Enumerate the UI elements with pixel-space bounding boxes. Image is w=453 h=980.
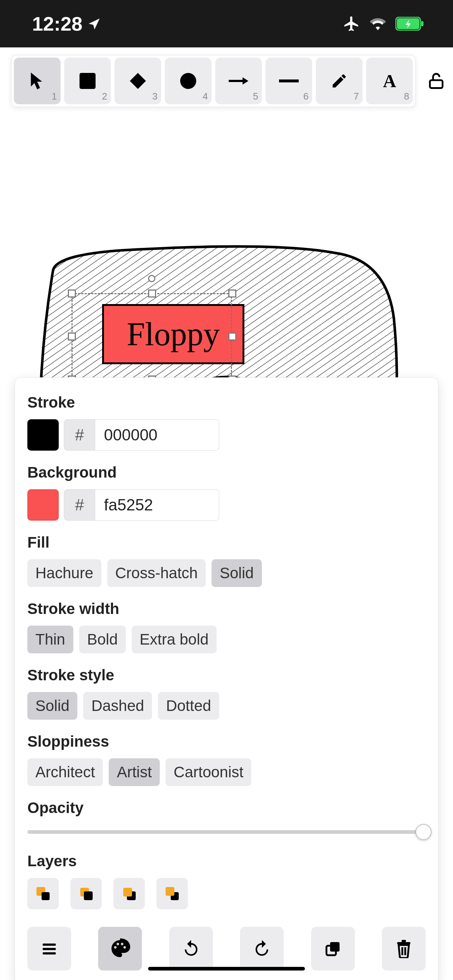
bring-to-front-icon xyxy=(163,885,181,902)
resize-handle-n[interactable] xyxy=(148,290,156,298)
rotate-handle[interactable] xyxy=(148,275,155,282)
background-label: Background xyxy=(27,464,426,481)
menu-icon xyxy=(40,940,58,958)
tool-number: 7 xyxy=(354,91,359,102)
stroke-width-extrabold[interactable]: Extra bold xyxy=(132,625,217,653)
opacity-slider-thumb[interactable] xyxy=(415,824,431,840)
unlock-icon xyxy=(427,72,446,91)
fill-option-hachure[interactable]: Hachure xyxy=(27,559,101,587)
properties-panel: Stroke # Background # Fill Hachure Cross… xyxy=(14,377,439,980)
hash-prefix: # xyxy=(64,489,95,520)
stroke-width-thin[interactable]: Thin xyxy=(27,625,73,653)
svg-rect-17 xyxy=(123,888,132,897)
sloppiness-label: Sloppiness xyxy=(27,733,426,750)
tool-number: 5 xyxy=(253,91,258,102)
layer-bring-forward[interactable] xyxy=(113,878,145,909)
menu-button[interactable] xyxy=(27,927,71,970)
fill-options: Hachure Cross-hatch Solid xyxy=(27,559,426,587)
stroke-hex-input[interactable] xyxy=(95,419,219,450)
tool-ellipse[interactable]: 4 xyxy=(165,57,212,104)
battery-charging-icon xyxy=(396,17,424,30)
tool-number: 2 xyxy=(102,91,107,102)
tool-number: 8 xyxy=(404,91,409,102)
redo-button[interactable] xyxy=(240,927,284,970)
layer-send-to-back[interactable] xyxy=(27,878,59,909)
stroke-style-label: Stroke style xyxy=(27,667,426,684)
resize-handle-ne[interactable] xyxy=(228,290,236,298)
redo-icon xyxy=(252,939,271,958)
duplicate-icon xyxy=(324,940,342,958)
undo-icon xyxy=(182,939,201,958)
layers-label: Layers xyxy=(27,853,426,870)
layer-send-backward[interactable] xyxy=(70,878,102,909)
svg-rect-21 xyxy=(43,948,56,950)
wifi-icon xyxy=(369,17,387,30)
tool-diamond[interactable]: 3 xyxy=(115,57,161,104)
home-indicator[interactable] xyxy=(148,967,305,970)
svg-rect-7 xyxy=(430,80,443,88)
resize-handle-e[interactable] xyxy=(228,332,236,340)
sloppiness-cartoonist[interactable]: Cartoonist xyxy=(166,758,251,786)
svg-point-4 xyxy=(180,73,196,89)
delete-button[interactable] xyxy=(382,927,426,970)
opacity-slider[interactable] xyxy=(27,825,426,839)
stroke-style-solid[interactable]: Solid xyxy=(27,692,77,720)
resize-handle-nw[interactable] xyxy=(68,290,76,298)
stroke-width-bold[interactable]: Bold xyxy=(79,625,126,653)
tool-rectangle[interactable]: 2 xyxy=(64,57,111,104)
tool-draw[interactable]: 7 xyxy=(316,57,362,104)
lock-toggle[interactable] xyxy=(427,70,446,92)
stroke-style-options: Solid Dashed Dotted xyxy=(27,692,426,720)
send-backward-icon xyxy=(77,885,95,902)
svg-rect-19 xyxy=(166,887,174,896)
tool-number: 4 xyxy=(203,91,208,102)
svg-rect-20 xyxy=(43,943,56,946)
background-swatch[interactable] xyxy=(27,489,59,520)
palette-button[interactable] xyxy=(98,927,142,970)
tool-number: 1 xyxy=(52,91,57,102)
svg-rect-15 xyxy=(84,891,93,900)
opacity-label: Opacity xyxy=(27,799,426,817)
fill-option-crosshatch[interactable]: Cross-hatch xyxy=(107,559,206,587)
stroke-swatch[interactable] xyxy=(27,419,59,450)
svg-rect-25 xyxy=(397,942,410,944)
tool-selection[interactable]: 1 xyxy=(14,57,61,104)
stroke-width-options: Thin Bold Extra bold xyxy=(27,625,426,653)
stroke-width-label: Stroke width xyxy=(27,600,426,617)
airplane-icon xyxy=(343,15,360,32)
duplicate-button[interactable] xyxy=(311,927,355,970)
svg-rect-6 xyxy=(279,80,299,83)
sloppiness-artist[interactable]: Artist xyxy=(109,758,160,786)
tool-number: 6 xyxy=(303,91,309,102)
tool-number: 3 xyxy=(152,91,158,102)
stroke-style-dashed[interactable]: Dashed xyxy=(83,692,152,720)
sloppiness-options: Architect Artist Cartoonist xyxy=(27,758,426,786)
hash-prefix: # xyxy=(64,419,95,450)
trash-icon xyxy=(395,939,413,958)
svg-rect-26 xyxy=(402,940,406,942)
svg-rect-23 xyxy=(330,942,340,951)
selection-box xyxy=(72,293,232,379)
location-icon xyxy=(88,17,101,30)
send-to-back-icon xyxy=(34,885,52,902)
fill-option-solid[interactable]: Solid xyxy=(212,559,262,587)
undo-button[interactable] xyxy=(169,927,213,970)
resize-handle-w[interactable] xyxy=(68,332,76,340)
sloppiness-architect[interactable]: Architect xyxy=(27,758,103,786)
stroke-style-dotted[interactable]: Dotted xyxy=(158,692,219,720)
svg-rect-2 xyxy=(421,21,423,26)
svg-rect-22 xyxy=(43,952,56,955)
svg-rect-13 xyxy=(41,892,49,900)
svg-rect-3 xyxy=(80,73,96,89)
status-bar: 12:28 xyxy=(0,0,453,48)
palette-icon xyxy=(110,939,130,959)
tool-arrow[interactable]: 5 xyxy=(215,57,262,104)
background-hex-input[interactable] xyxy=(95,489,219,520)
tool-line[interactable]: 6 xyxy=(266,57,312,104)
bring-forward-icon xyxy=(120,885,138,902)
layer-bring-to-front[interactable] xyxy=(156,878,188,909)
tool-text[interactable]: A 8 xyxy=(366,57,413,104)
tool-toolbar: 1 2 3 4 5 6 7 A 8 xyxy=(11,55,416,107)
status-time: 12:28 xyxy=(32,13,83,35)
svg-rect-5 xyxy=(229,80,243,82)
